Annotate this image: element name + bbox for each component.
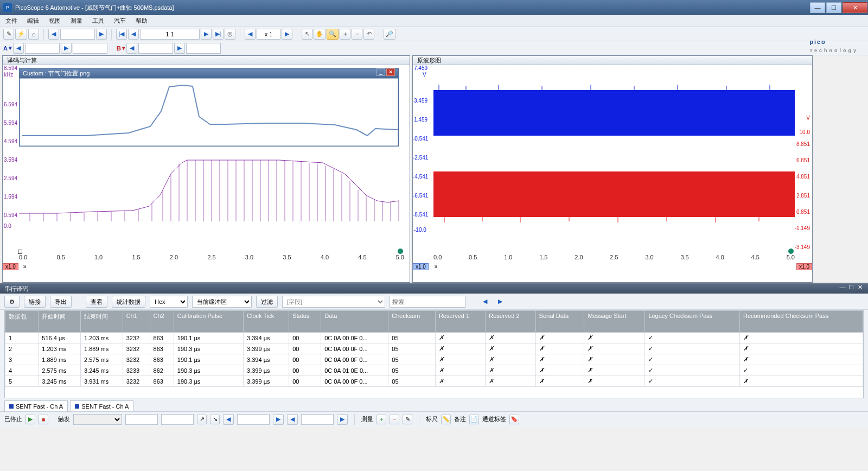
- view-button[interactable]: 查看: [86, 296, 107, 308]
- gear-icon[interactable]: ⚙: [4, 296, 20, 308]
- col-header[interactable]: Clock Tick: [244, 311, 289, 333]
- col-header[interactable]: Serial Data: [535, 311, 584, 333]
- filter-button[interactable]: 过滤: [256, 296, 278, 308]
- decode-plot-area[interactable]: 8.594 kHz 6.594 5.594 4.594 3.594 2.594 …: [3, 65, 410, 282]
- home-icon[interactable]: ⌂: [28, 29, 39, 40]
- edge-rise-icon[interactable]: ↗: [197, 415, 207, 424]
- col-header[interactable]: 数据包: [5, 311, 39, 333]
- hand-pan-icon[interactable]: ✋: [314, 29, 326, 40]
- tab-sent-a[interactable]: SENT Fast - Ch A: [4, 400, 68, 411]
- menu-view[interactable]: 视图: [49, 17, 61, 25]
- zoom-prev[interactable]: ◀: [245, 29, 256, 40]
- tab-sent-b[interactable]: SENT Fast - Ch A: [70, 400, 133, 411]
- trig-val[interactable]: [237, 414, 270, 425]
- serial-title[interactable]: 串行译码 — ☐ ✕: [0, 284, 868, 294]
- minimize-button[interactable]: —: [810, 2, 825, 13]
- inset-close[interactable]: ✕: [386, 68, 395, 76]
- trig-prev[interactable]: ◀: [223, 414, 234, 425]
- raw-panel-tab[interactable]: 原波形图: [413, 56, 812, 65]
- col-header[interactable]: Reserved 2: [486, 311, 535, 333]
- chanlabel-icon[interactable]: 🔖: [509, 415, 519, 424]
- chan-b-coupling[interactable]: [186, 43, 221, 54]
- trigger-field1[interactable]: [125, 414, 158, 425]
- col-header[interactable]: Ch1: [123, 311, 150, 333]
- col-header[interactable]: Checksum: [388, 311, 436, 333]
- run-icon[interactable]: ▶: [25, 415, 35, 424]
- dropdown-icon[interactable]: ▾: [9, 44, 12, 52]
- lightning-icon[interactable]: ⚡: [15, 29, 27, 40]
- menu-help[interactable]: 帮助: [136, 17, 148, 25]
- export-button[interactable]: 导出: [50, 296, 72, 308]
- col-header[interactable]: Calibration Pulse: [174, 311, 243, 333]
- wand-icon[interactable]: ✎: [3, 29, 14, 40]
- trig-next2[interactable]: ▶: [337, 414, 348, 425]
- nav-next-icon[interactable]: ▶: [495, 298, 506, 305]
- col-header[interactable]: Legacy Checksum Pass: [645, 311, 740, 333]
- target-icon[interactable]: ◎: [225, 29, 235, 40]
- chan-b-range[interactable]: [138, 43, 173, 54]
- col-header[interactable]: Message Start: [584, 311, 645, 333]
- channel-a-label[interactable]: A: [3, 45, 8, 52]
- col-header[interactable]: 开始时间: [39, 311, 81, 333]
- panel-min-icon[interactable]: —: [839, 284, 846, 291]
- chan-b-next[interactable]: ▶: [174, 43, 185, 54]
- close-button[interactable]: ✕: [843, 2, 867, 13]
- stats-button[interactable]: 统计数据: [112, 296, 145, 308]
- buffer-select[interactable]: 当前缓冲区: [192, 296, 252, 308]
- col-header[interactable]: 结束时间: [80, 311, 123, 333]
- table-row[interactable]: 1516.4 µs1.203 ms3232863190.1 µs3.394 µs…: [5, 333, 863, 343]
- zoom-box-icon[interactable]: 🔍: [327, 29, 339, 40]
- search-input[interactable]: [390, 296, 465, 308]
- undo-zoom-icon[interactable]: ↶: [363, 29, 374, 40]
- col-header[interactable]: Reserved 1: [435, 311, 485, 333]
- field-select[interactable]: [字段]: [282, 296, 385, 308]
- decode-table[interactable]: 数据包开始时间结束时间Ch1Ch2Calibration PulseClock …: [4, 310, 864, 398]
- page-first[interactable]: |◀: [116, 29, 127, 40]
- col-header[interactable]: Status: [289, 311, 321, 333]
- col-header[interactable]: Data: [321, 311, 388, 333]
- nav-first[interactable]: ◀: [48, 29, 59, 40]
- link-button[interactable]: 链接: [24, 296, 46, 308]
- end-marker[interactable]: [788, 249, 794, 254]
- page-prev[interactable]: ◀: [128, 29, 139, 40]
- measure-del-icon[interactable]: －: [390, 415, 399, 424]
- chan-a-range[interactable]: [25, 43, 60, 54]
- measure-edit-icon[interactable]: ✎: [403, 415, 412, 424]
- measure-add-icon[interactable]: ＋: [376, 415, 386, 424]
- zoom-input[interactable]: [257, 29, 280, 40]
- ruler-icon[interactable]: 📏: [441, 415, 451, 424]
- timebase-input[interactable]: [60, 29, 95, 40]
- page-next[interactable]: ▶: [201, 29, 212, 40]
- notes-icon[interactable]: 📄: [469, 415, 479, 424]
- zoom-next[interactable]: ▶: [282, 29, 292, 40]
- chan-a-coupling[interactable]: [73, 43, 107, 54]
- trig-prev2[interactable]: ◀: [287, 414, 298, 425]
- custom-inset-window[interactable]: Custom : 节气门位置.png _ ✕: [19, 68, 399, 147]
- menu-automotive[interactable]: 汽车: [114, 17, 126, 25]
- zoom-region-icon[interactable]: 🔎: [384, 29, 395, 40]
- format-select[interactable]: Hex: [150, 296, 188, 308]
- trig-next[interactable]: ▶: [273, 414, 284, 425]
- trigger-field2[interactable]: [161, 414, 194, 425]
- stop-icon[interactable]: ■: [39, 415, 48, 424]
- table-row[interactable]: 42.575 ms3.245 ms3233862190.3 µs3.399 µs…: [5, 365, 863, 376]
- menu-edit[interactable]: 编辑: [27, 17, 39, 25]
- page-input[interactable]: [140, 29, 200, 40]
- inset-minimize[interactable]: _: [376, 68, 385, 76]
- start-marker[interactable]: [18, 250, 22, 254]
- maximize-button[interactable]: ☐: [826, 2, 841, 13]
- channel-b-label[interactable]: B: [117, 45, 121, 52]
- menu-tool[interactable]: 工具: [92, 17, 104, 25]
- pointer-icon[interactable]: ↖: [302, 29, 312, 40]
- panel-max-icon[interactable]: ☐: [847, 284, 855, 291]
- panel-close-icon[interactable]: ✕: [856, 284, 864, 291]
- decode-panel-tab[interactable]: 译码与计算: [3, 56, 410, 65]
- table-row[interactable]: 31.889 ms2.575 ms3232863190.1 µs3.394 µs…: [5, 354, 863, 365]
- inset-titlebar[interactable]: Custom : 节气门位置.png _ ✕: [20, 68, 398, 78]
- zoom-out-icon[interactable]: －: [352, 29, 362, 40]
- zoom-in-icon[interactable]: ＋: [340, 29, 350, 40]
- trigger-select[interactable]: [73, 414, 122, 425]
- raw-plot-area[interactable]: 7.459 V 3.459 1.459 -0.541 -2.541 -4.541…: [413, 65, 812, 282]
- edge-fall-icon[interactable]: ↘: [210, 415, 220, 424]
- chan-b-prev[interactable]: ◀: [126, 43, 137, 54]
